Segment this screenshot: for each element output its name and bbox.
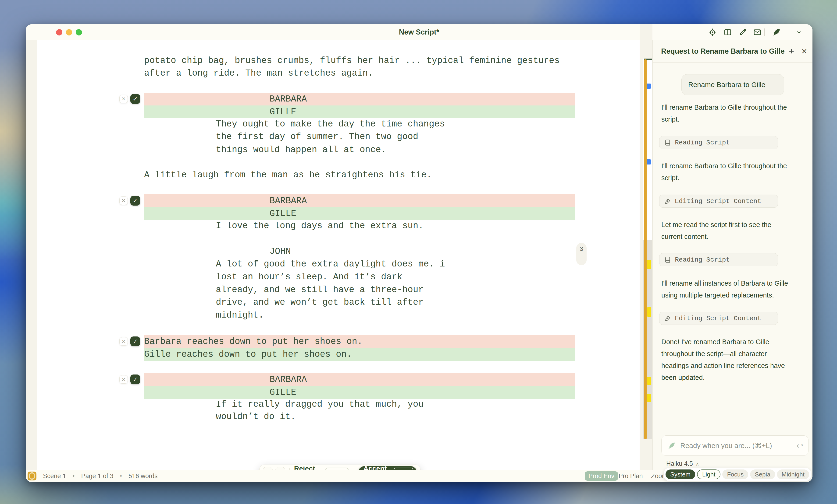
tool-call-chip[interactable]: Reading Script bbox=[659, 253, 778, 266]
dialogue-line[interactable]: drive, and we won’t get back till after bbox=[216, 296, 424, 309]
theme-sepia[interactable]: Sepia bbox=[750, 469, 775, 479]
dialogue-line[interactable]: wouldn’t do it. bbox=[216, 410, 296, 423]
change-marker-blue[interactable] bbox=[647, 83, 651, 89]
mail-icon[interactable] bbox=[753, 27, 762, 37]
theme-midnight[interactable]: Midnight bbox=[777, 469, 809, 479]
conversation-title: Request to Rename Barbara to Gille bbox=[661, 40, 785, 62]
user-avatar[interactable] bbox=[784, 27, 795, 38]
plan-label[interactable]: Pro Plan bbox=[619, 470, 643, 482]
dialogue-line[interactable]: They ought to make the day the time chan… bbox=[216, 117, 445, 130]
leaf-icon bbox=[667, 441, 676, 450]
deleted-character-name[interactable]: BARBARA bbox=[144, 194, 575, 207]
close-sidebar-button[interactable]: × bbox=[799, 46, 810, 57]
assistant-message: I'll rename Barbara to Gille throughout … bbox=[661, 101, 801, 125]
change-timeline-gutter bbox=[640, 24, 653, 482]
target-icon[interactable] bbox=[708, 27, 717, 37]
quill-feather-icon[interactable] bbox=[771, 27, 781, 37]
chevron-down-icon[interactable] bbox=[796, 27, 802, 37]
new-chat-button[interactable]: + bbox=[786, 46, 797, 57]
reject-change-button[interactable]: × bbox=[119, 95, 128, 103]
divider bbox=[653, 422, 813, 422]
desktop-wallpaper: New Script* potat bbox=[0, 0, 837, 504]
statusbar: Scene 1 • Page 1 of 3 • 516 words Prod E… bbox=[26, 470, 813, 482]
tool-call-chip[interactable]: Editing Script Content bbox=[659, 194, 778, 208]
split-view-icon[interactable] bbox=[723, 27, 732, 37]
accept-change-button[interactable]: ✓ bbox=[130, 94, 140, 104]
change-marker-yellow[interactable] bbox=[647, 307, 651, 317]
chat-input[interactable] bbox=[680, 442, 793, 450]
book-icon bbox=[664, 256, 671, 263]
tool-call-chip[interactable]: Editing Script Content bbox=[659, 312, 778, 325]
return-key-icon: ↩ bbox=[797, 441, 803, 450]
change-marker-yellow[interactable] bbox=[647, 377, 651, 385]
change-marker-yellow[interactable] bbox=[647, 260, 651, 269]
user-prompt-chip[interactable]: Rename Barbara to Gille bbox=[681, 74, 784, 95]
model-selector[interactable]: Haiku 4.5 ∧ bbox=[666, 460, 699, 467]
accept-change-button[interactable]: ✓ bbox=[130, 196, 140, 206]
pen-nib-icon bbox=[664, 315, 671, 322]
dialogue-line[interactable]: I love the long days and the extra sun. bbox=[216, 219, 424, 232]
edit-pencil-icon[interactable] bbox=[738, 27, 748, 37]
dialogue-line[interactable]: A lot of good the extra daylight does me… bbox=[216, 258, 445, 270]
dialogue-line[interactable]: If it really dragged you that much, you bbox=[216, 398, 424, 411]
added-character-name[interactable]: GILLE bbox=[144, 386, 575, 399]
sidebar-header: Request to Rename Barbara to Gille + × bbox=[653, 40, 813, 62]
change-marker-blue[interactable] bbox=[647, 160, 651, 165]
assistant-message: Let me read the script first to see thec… bbox=[661, 219, 801, 243]
action-line[interactable]: after a long ride. The man stretches aga… bbox=[144, 67, 373, 79]
deleted-action-line[interactable]: Barbara reaches down to put her shoes on… bbox=[144, 335, 575, 348]
dialogue-line[interactable]: already, and we still have a three-hour bbox=[216, 283, 424, 296]
assistant-message: Done! I've renamed Barbara to Gillethrou… bbox=[661, 336, 801, 384]
change-marker-yellow[interactable] bbox=[647, 394, 651, 402]
added-character-name[interactable]: GILLE bbox=[144, 207, 575, 220]
window-title: New Script* bbox=[26, 24, 813, 40]
added-character-name[interactable]: GILLE bbox=[144, 106, 575, 118]
scene-indicator[interactable]: Scene 1 bbox=[43, 472, 66, 480]
session-timeline-bar bbox=[644, 59, 647, 439]
chat-input-box[interactable]: ↩ bbox=[661, 435, 808, 456]
titlebar: New Script* bbox=[26, 24, 813, 40]
book-icon bbox=[664, 139, 671, 146]
theme-switcher: System Light Focus Sepia Midnight bbox=[664, 468, 811, 481]
accept-change-button[interactable]: ✓ bbox=[130, 374, 140, 384]
chevron-up-icon: ∧ bbox=[696, 461, 699, 467]
reject-change-button[interactable]: × bbox=[119, 197, 128, 205]
dialogue-line[interactable]: midnight. bbox=[216, 309, 264, 321]
environment-badge[interactable]: Prod Env bbox=[585, 471, 618, 481]
reject-change-button[interactable]: × bbox=[119, 337, 128, 346]
assistant-sidebar: Request to Rename Barbara to Gille + × R… bbox=[653, 40, 813, 470]
action-line[interactable]: potato chip bag, brushes crumbs, fluffs … bbox=[144, 54, 560, 67]
model-name: Haiku 4.5 bbox=[666, 460, 693, 467]
deleted-character-name[interactable]: BARBARA bbox=[144, 93, 575, 106]
assistant-message: I'll rename Barbara to Gille throughout … bbox=[661, 160, 801, 184]
assistant-message: I'll rename all instances of Barbara to … bbox=[661, 277, 801, 301]
theme-system[interactable]: System bbox=[665, 469, 695, 479]
reject-change-button[interactable]: × bbox=[119, 375, 128, 384]
added-action-line[interactable]: Gille reaches down to put her shoes on. bbox=[144, 348, 575, 361]
toolbar-divider bbox=[764, 29, 765, 36]
action-line[interactable]: A little laugh from the man as he straig… bbox=[144, 168, 432, 181]
app-logo-icon[interactable] bbox=[28, 471, 36, 481]
dialogue-line[interactable]: the first day of summer. Then two good bbox=[216, 130, 418, 143]
user-avatar bbox=[661, 77, 677, 92]
statusbar-left: Scene 1 • Page 1 of 3 • 516 words bbox=[28, 470, 158, 482]
page-number-marker: 3 bbox=[576, 243, 587, 265]
character-name[interactable]: JOHN bbox=[270, 245, 291, 258]
deleted-character-name[interactable]: BARBARA bbox=[144, 373, 575, 386]
theme-focus[interactable]: Focus bbox=[722, 469, 748, 479]
dialogue-line[interactable]: lost an hour’s sleep. And it’s dark bbox=[216, 270, 402, 283]
theme-light[interactable]: Light bbox=[697, 469, 720, 479]
accept-change-button[interactable]: ✓ bbox=[130, 336, 140, 346]
word-count: 516 words bbox=[128, 472, 158, 480]
pen-nib-icon bbox=[664, 198, 671, 205]
dialogue-line[interactable]: things would happen all at once. bbox=[216, 143, 386, 156]
app-window: New Script* potat bbox=[26, 24, 813, 482]
tool-call-chip[interactable]: Reading Script bbox=[659, 136, 778, 149]
page-indicator[interactable]: Page 1 of 3 bbox=[81, 472, 113, 480]
